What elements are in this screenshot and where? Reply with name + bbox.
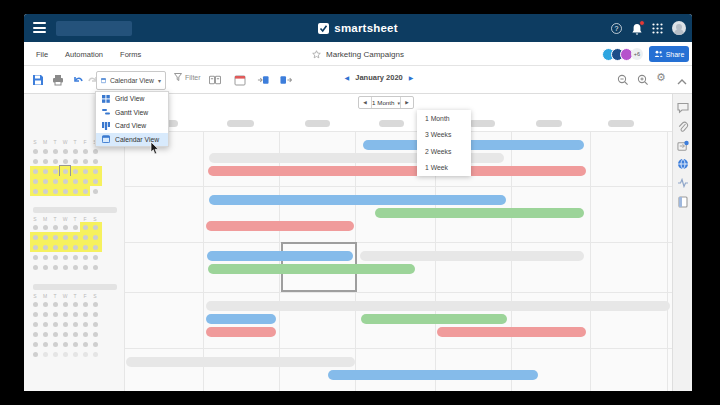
mini-cal-day-dot[interactable] [33, 169, 38, 174]
menu-automation[interactable]: Automation [65, 50, 103, 59]
event-bar-red[interactable] [437, 327, 586, 337]
mini-cal-day-dot[interactable] [73, 302, 78, 307]
mini-cal-day-dot[interactable] [83, 332, 88, 337]
scale-prev-arrow[interactable]: ◀ [359, 97, 371, 108]
mini-cal-day-dot[interactable] [73, 179, 78, 184]
mini-cal-day-dot[interactable] [43, 225, 48, 230]
mini-cal-day-dot[interactable] [43, 149, 48, 154]
event-bar-blue[interactable] [209, 195, 506, 205]
mini-cal-day-dot[interactable] [53, 179, 58, 184]
mini-cal-day-dot[interactable] [73, 189, 78, 194]
prev-month-arrow[interactable]: ◀ [345, 74, 350, 81]
mini-cal-day-dot[interactable] [93, 265, 98, 270]
mini-cal-day-dot[interactable] [33, 179, 38, 184]
mini-cal-day-dot[interactable] [83, 322, 88, 327]
calendar-today-icon[interactable] [234, 74, 246, 86]
menu-item-calendar-view[interactable]: Calendar View [96, 133, 168, 147]
mini-cal-day-dot[interactable] [63, 332, 68, 337]
mini-cal-day-dot[interactable] [33, 332, 38, 337]
mini-cal-day-dot[interactable] [63, 265, 68, 270]
mini-cal-day-dot[interactable] [43, 312, 48, 317]
mini-cal-day-dot[interactable] [33, 255, 38, 260]
mini-cal-day-dot[interactable] [33, 149, 38, 154]
mini-cal-day-dot[interactable] [63, 342, 68, 347]
save-icon[interactable] [32, 74, 44, 86]
mini-cal-day-dot[interactable] [33, 159, 38, 164]
mini-cal-day-dot[interactable] [93, 332, 98, 337]
mini-cal-day-dot[interactable] [53, 322, 58, 327]
comments-icon[interactable] [677, 102, 689, 114]
settings-gear-icon[interactable]: ⚙ [656, 71, 666, 84]
mini-cal-day-dot[interactable] [43, 245, 48, 250]
mini-cal-day-dot[interactable] [63, 159, 68, 164]
mini-cal-day-dot[interactable] [73, 342, 78, 347]
mini-cal-day-dot[interactable] [53, 245, 58, 250]
mini-cal-day-dot[interactable] [63, 302, 68, 307]
mini-cal-day-dot[interactable] [43, 322, 48, 327]
mini-cal-day-dot[interactable] [83, 312, 88, 317]
mini-cal-day-dot[interactable] [53, 302, 58, 307]
mini-cal-day-dot[interactable] [93, 302, 98, 307]
mini-cal-day-dot[interactable] [73, 312, 78, 317]
mini-cal-day-dot[interactable] [93, 189, 98, 194]
mini-cal-day-dot[interactable] [53, 352, 58, 357]
mini-cal-day-dot[interactable] [93, 179, 98, 184]
event-bar-green[interactable] [208, 264, 415, 274]
menu-item-card-view[interactable]: Card View [96, 119, 168, 133]
mini-cal-day-dot[interactable] [33, 352, 38, 357]
mini-cal-day-dot[interactable] [73, 169, 78, 174]
event-bar-red[interactable] [206, 221, 354, 231]
mini-cal-day-dot[interactable] [83, 235, 88, 240]
mini-cal-day-dot[interactable] [43, 235, 48, 240]
mini-cal-day-dot[interactable] [63, 312, 68, 317]
mini-cal-day-dot[interactable] [83, 352, 88, 357]
notifications-bell-icon[interactable] [631, 22, 643, 35]
activity-log-icon[interactable] [677, 177, 689, 189]
scale-dropdown-button[interactable]: 1 Month ▾ [371, 97, 401, 108]
mini-cal-day-dot[interactable] [83, 159, 88, 164]
mini-cal-day-dot[interactable] [53, 265, 58, 270]
mini-cal-day-dot[interactable] [33, 342, 38, 347]
app-launcher-icon[interactable] [652, 23, 663, 34]
event-bar-gray[interactable] [126, 357, 355, 367]
filter-button[interactable]: Filter [174, 73, 201, 81]
mini-cal-day-dot[interactable] [73, 245, 78, 250]
mini-cal-day-dot[interactable] [63, 225, 68, 230]
mini-cal-day-dot[interactable] [43, 265, 48, 270]
mini-cal-day-dot[interactable] [43, 255, 48, 260]
mini-cal-day-dot[interactable] [63, 352, 68, 357]
mini-cal-day-dot[interactable] [53, 159, 58, 164]
view-selector-button[interactable]: Calendar View ▾ [96, 71, 166, 90]
menu-forms[interactable]: Forms [120, 50, 141, 59]
mini-cal-day-dot[interactable] [93, 352, 98, 357]
mini-cal-day-dot[interactable] [93, 342, 98, 347]
mini-cal-day-dot[interactable] [63, 149, 68, 154]
print-icon[interactable] [52, 74, 64, 86]
mini-cal-day-dot[interactable] [83, 255, 88, 260]
mini-cal-day-dot[interactable] [53, 225, 58, 230]
mini-cal-day-dot[interactable] [63, 322, 68, 327]
sheet-summary-icon[interactable] [677, 196, 689, 208]
mini-cal-day-dot[interactable] [53, 189, 58, 194]
mini-cal-day-dot[interactable] [33, 302, 38, 307]
mini-cal-day-dot[interactable] [33, 245, 38, 250]
mini-cal-day-dot[interactable] [73, 322, 78, 327]
mini-cal-day-dot[interactable] [33, 235, 38, 240]
mini-cal-day-dot[interactable] [83, 179, 88, 184]
mini-cal-day-dot[interactable] [53, 169, 58, 174]
mini-cal-day-dot[interactable] [63, 179, 68, 184]
mini-cal-day-dot[interactable] [43, 302, 48, 307]
mini-cal-day-dot[interactable] [43, 179, 48, 184]
mini-cal-day-dot[interactable] [93, 225, 98, 230]
event-bar-blue[interactable] [207, 251, 353, 261]
mini-cal-day-dot[interactable] [53, 332, 58, 337]
mini-cal-day-dot[interactable] [33, 265, 38, 270]
scale-option-1-week[interactable]: 1 Week [417, 160, 471, 177]
mini-cal-day-dot[interactable] [93, 322, 98, 327]
event-bar-blue[interactable] [328, 370, 538, 380]
scale-option-2-weeks[interactable]: 2 Weeks [417, 143, 471, 160]
move-from-calendar-icon[interactable] [280, 74, 292, 86]
mini-cal-day-dot[interactable] [93, 312, 98, 317]
mini-cal-day-dot[interactable] [93, 255, 98, 260]
mini-cal-day-dot[interactable] [73, 332, 78, 337]
